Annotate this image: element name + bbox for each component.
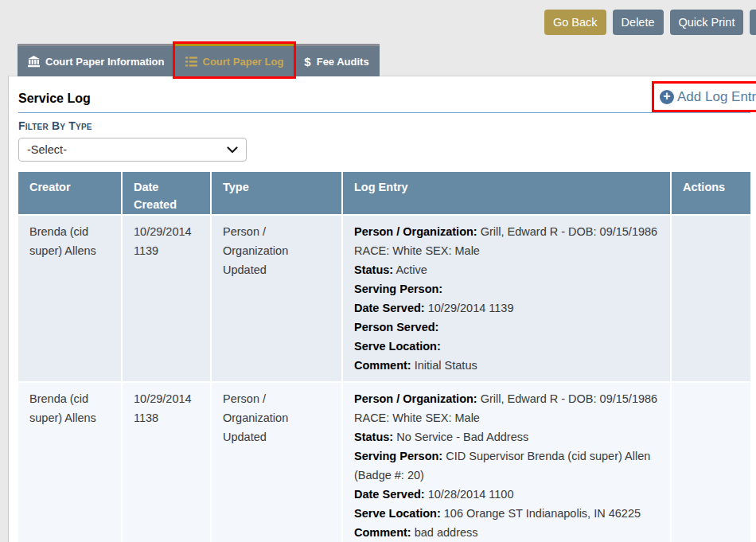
log-entry-line: Serving Person: CID Supervisor Brenda (c… — [354, 446, 659, 485]
add-log-entry-button[interactable]: Add Log Entry — [660, 89, 756, 105]
table-header-row: CreatorDate CreatedTypeLog EntryActions — [18, 172, 750, 214]
action-button-bar: Go BackDeleteQuick PrintPrint — [544, 10, 756, 35]
log-entry-cell: Person / Organization: Grill, Edward R -… — [343, 216, 672, 381]
date-created-cell: 10/29/2014 1139 — [123, 216, 212, 381]
log-entry-line: Comment: bad address — [354, 523, 659, 542]
date-created-cell: 10/29/2014 1138 — [123, 383, 212, 542]
actions-cell — [672, 216, 750, 381]
quick-print-button[interactable]: Quick Print — [670, 10, 744, 35]
actions-cell — [672, 383, 750, 542]
print-button[interactable]: Print — [750, 10, 756, 35]
column-header-log-entry: Log Entry — [343, 172, 672, 214]
column-header-type: Type — [212, 172, 343, 214]
type-cell: Person / Organization Updated — [212, 216, 343, 381]
log-entry-line: Status: Active — [354, 260, 659, 279]
tab-label: Court Paper Log — [203, 56, 284, 68]
log-entry-line: Person Served: — [354, 318, 659, 337]
add-log-entry-label: Add Log Entry — [677, 89, 756, 105]
log-entry-line: Comment: Initial Status — [354, 356, 659, 375]
column-header-creator: Creator — [18, 172, 123, 214]
log-entry-line: Serve Location: 106 Orange ST Indianapol… — [354, 504, 659, 523]
column-header-actions: Actions — [672, 172, 750, 214]
table-row: Brenda (cid super) Allens10/29/2014 1138… — [18, 381, 750, 542]
log-entry-line: Serve Location: — [354, 337, 659, 356]
go-back-button[interactable]: Go Back — [544, 10, 606, 35]
content-panel: Service Log Add Log Entry Filter By Type… — [8, 76, 756, 542]
log-entry-line: Person / Organization: Grill, Edward R -… — [354, 389, 659, 427]
tab-court-paper-log[interactable]: Court Paper Log — [175, 44, 294, 76]
plus-circle-icon — [660, 90, 674, 104]
annotation-box-add-log-entry: Add Log Entry — [652, 81, 756, 112]
title-divider — [18, 112, 750, 113]
bank-icon — [28, 56, 40, 68]
log-entry-cell: Person / Organization: Grill, Edward R -… — [343, 383, 672, 542]
column-header-date-created: Date Created — [123, 172, 212, 214]
tab-bar: Court Paper InformationCourt Paper Log$F… — [18, 44, 380, 76]
service-log-table: CreatorDate CreatedTypeLog EntryActions … — [18, 172, 750, 542]
log-entry-line: Date Served: 10/28/2014 1100 — [354, 485, 659, 504]
tab-court-paper-information[interactable]: Court Paper Information — [18, 44, 175, 76]
filter-type-select[interactable]: -Select- — [18, 138, 247, 162]
delete-button[interactable]: Delete — [613, 10, 664, 35]
list-icon — [185, 57, 197, 67]
dollar-icon: $ — [304, 55, 310, 68]
log-entry-line: Serving Person: — [354, 279, 659, 298]
chevron-down-icon — [227, 146, 238, 154]
filter-type-select-value: -Select- — [27, 143, 227, 156]
tab-label: Fee Audits — [317, 56, 369, 68]
log-entry-line: Status: No Service - Bad Address — [354, 427, 659, 446]
log-entry-line: Date Served: 10/29/2014 1139 — [354, 298, 659, 318]
log-entry-line: Person / Organization: Grill, Edward R -… — [354, 222, 659, 260]
tab-label: Court Paper Information — [45, 56, 165, 68]
type-cell: Person / Organization Updated — [212, 383, 343, 542]
creator-cell: Brenda (cid super) Allens — [18, 383, 123, 542]
table-row: Brenda (cid super) Allens10/29/2014 1139… — [18, 214, 750, 381]
page-title: Service Log — [18, 92, 91, 106]
tab-fee-audits[interactable]: $Fee Audits — [294, 44, 379, 76]
creator-cell: Brenda (cid super) Allens — [18, 216, 123, 381]
filter-by-type-label: Filter By Type — [18, 119, 92, 132]
table-body: Brenda (cid super) Allens10/29/2014 1139… — [18, 214, 750, 542]
